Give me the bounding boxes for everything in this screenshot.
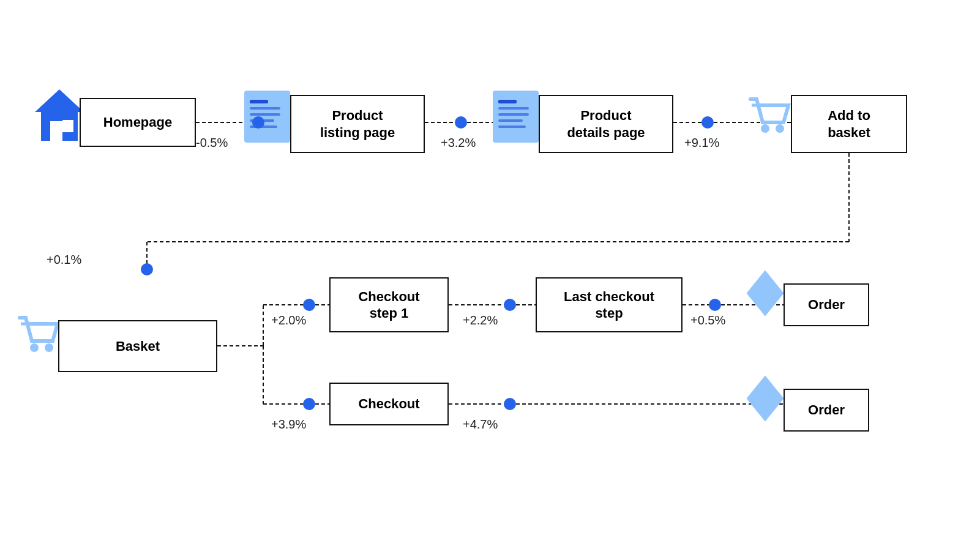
last-checkout-node: Last checkoutstep [536, 277, 683, 332]
svg-rect-33 [498, 107, 529, 110]
order1-node: Order [784, 283, 869, 326]
checkout-node: Checkout [329, 383, 449, 425]
basket-node: Basket [58, 320, 217, 372]
svg-marker-44 [747, 376, 784, 421]
svg-rect-34 [498, 113, 529, 116]
svg-rect-31 [493, 91, 539, 143]
label-homepage-listing: -0.5% [196, 136, 228, 150]
dot-2 [455, 116, 467, 129]
svg-point-41 [45, 343, 53, 352]
order2-icon [746, 373, 785, 425]
dot-9 [504, 398, 516, 410]
dot-6 [504, 299, 516, 311]
svg-rect-25 [244, 91, 290, 143]
product-details-node: Productdetails page [539, 95, 673, 153]
svg-rect-23 [50, 121, 62, 141]
label-basket-down: +0.1% [47, 253, 81, 267]
svg-rect-28 [250, 113, 280, 116]
dot-8 [303, 398, 315, 410]
svg-rect-27 [250, 107, 280, 110]
dot-7 [709, 299, 721, 311]
dot-4 [141, 263, 153, 275]
product-listing-node: Productlisting page [290, 95, 425, 153]
label-basket-checkout1: +2.0% [271, 313, 306, 327]
dot-3 [701, 116, 714, 129]
order2-node: Order [784, 389, 869, 432]
svg-point-38 [776, 124, 784, 133]
svg-rect-35 [498, 119, 523, 122]
svg-marker-43 [747, 271, 784, 316]
funnel-diagram: Homepage Productlisting page Productdeta… [0, 0, 980, 535]
svg-rect-26 [250, 100, 268, 103]
homepage-node: Homepage [80, 98, 196, 147]
add-to-basket-node: Add tobasket [791, 95, 907, 153]
dot-5 [303, 299, 315, 311]
svg-rect-36 [498, 125, 526, 128]
svg-point-37 [761, 124, 769, 133]
product-details-icon [490, 88, 542, 146]
label-basket-checkout: +3.9% [271, 417, 306, 432]
svg-point-40 [30, 343, 39, 352]
add-to-basket-icon [746, 91, 793, 144]
label-checkout-order2: +4.7% [463, 417, 498, 432]
order1-icon [746, 268, 785, 320]
homepage-icon [32, 84, 87, 146]
svg-rect-24 [62, 120, 73, 132]
label-details-addbasket: +9.1% [684, 136, 719, 150]
svg-rect-32 [498, 100, 517, 103]
label-listing-details: +3.2% [441, 136, 476, 150]
product-listing-icon [241, 88, 293, 146]
checkout-step1-node: Checkoutstep 1 [329, 277, 449, 332]
dot-1 [252, 116, 264, 129]
basket-icon [15, 309, 64, 363]
label-checkout1-last: +2.2% [463, 313, 498, 327]
label-last-order1: +0.5% [690, 313, 725, 327]
